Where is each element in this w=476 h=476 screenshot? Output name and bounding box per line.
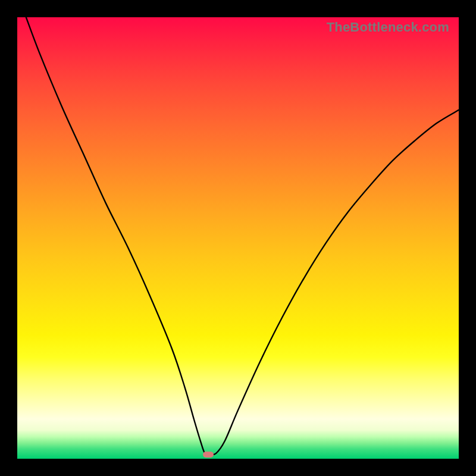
curve-path: [26, 17, 459, 455]
plot-area: TheBottleneck.com: [17, 17, 459, 459]
minimum-marker: [203, 452, 214, 458]
bottleneck-curve: [17, 17, 459, 459]
chart-frame: TheBottleneck.com: [0, 0, 476, 476]
